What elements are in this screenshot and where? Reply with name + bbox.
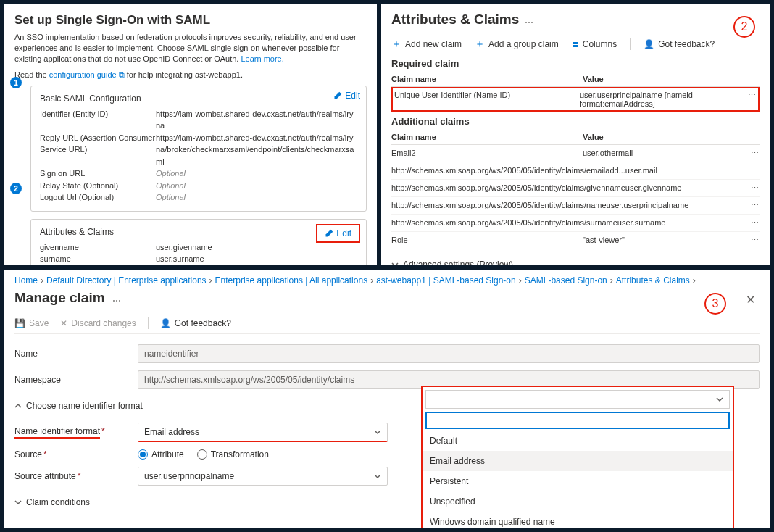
config-guide-line: Read the configuration guide ⧉ for help … — [14, 70, 367, 80]
edit-label: Edit — [336, 228, 351, 238]
breadcrumb-link[interactable]: ast-webapp1 | SAML-based Sign-on — [376, 275, 516, 286]
breadcrumb-link[interactable]: Attributes & Claims — [616, 275, 690, 286]
table-row[interactable]: http://schemas.xmlsoap.org/ws/2005/05/id… — [391, 197, 760, 215]
required-table-head: Claim name Value — [391, 72, 760, 87]
breadcrumb-sep: › — [370, 275, 373, 286]
kv-key: Reply URL (Assertion Consumer Service UR… — [40, 132, 156, 168]
source-attribute-radio[interactable]: Attribute — [138, 449, 184, 460]
breadcrumb-link[interactable]: Home — [14, 275, 38, 286]
basic-saml-card: Basic SAML Configuration Edit Identifier… — [30, 86, 367, 212]
required-claim-row[interactable]: Unique User Identifier (Name ID) user.us… — [391, 87, 760, 112]
add-claim-button[interactable]: ＋Add new claim — [391, 38, 462, 51]
col-value: Value — [583, 75, 742, 83]
more-icon[interactable]: ⋯ — [112, 296, 122, 306]
row-more-icon[interactable]: ⋯ — [742, 236, 760, 245]
kv-val: Optional — [156, 167, 357, 180]
add-group-claim-button[interactable]: ＋Add a group claim — [475, 38, 559, 51]
kv-val: Optional — [156, 191, 357, 204]
breadcrumb-link[interactable]: Default Directory | Enterprise applicati… — [46, 275, 207, 286]
pencil-icon — [333, 91, 342, 100]
kv-val: user.surname — [156, 253, 357, 265]
claim-value: user.surname — [617, 218, 746, 228]
kv-key: Sign on URL — [40, 167, 156, 180]
save-icon: 💾 — [14, 318, 25, 328]
src-attr-select[interactable]: user.userprincipalname — [138, 467, 388, 486]
chevron-down-icon — [14, 499, 22, 506]
dropdown-option[interactable]: Persistent — [423, 471, 733, 491]
row-more-icon[interactable]: ⋯ — [742, 149, 760, 158]
kv-key: givenname — [40, 241, 156, 254]
separator — [148, 317, 149, 329]
chevron-down-icon — [391, 261, 399, 265]
kv-val: Optional — [156, 180, 357, 192]
breadcrumb-link[interactable]: SAML-based Sign-on — [525, 275, 607, 286]
claim-name: Role — [391, 236, 583, 245]
panel1-desc: An SSO implementation based on federatio… — [14, 32, 367, 65]
row-more-icon[interactable]: ⋯ — [744, 201, 760, 210]
more-icon[interactable]: ⋯ — [525, 17, 534, 28]
kv-key: Identifier (Entity ID) — [40, 108, 156, 132]
claim-value: user.userprincipalname — [607, 201, 745, 210]
feedback-button[interactable]: 👤Got feedback? — [160, 318, 231, 328]
claim-name: http://schemas.xmlsoap.org/ws/2005/05/id… — [391, 166, 625, 175]
edit-attributes-button[interactable]: Edit — [316, 224, 360, 243]
dropdown-closed-box[interactable] — [425, 390, 730, 409]
table-row[interactable]: http://schemas.xmlsoap.org/ws/2005/05/id… — [391, 162, 760, 180]
claim-value: user.mail — [625, 166, 746, 175]
claim-name: http://schemas.xmlsoap.org/ws/2005/05/id… — [391, 201, 607, 210]
dropdown-option[interactable]: Windows domain qualified name — [423, 512, 733, 528]
panel2-title: Attributes & Claims — [391, 12, 519, 28]
source-label: Source* — [14, 449, 138, 460]
claim-name: http://schemas.xmlsoap.org/ws/2005/05/id… — [391, 183, 625, 193]
breadcrumb: Home›Default Directory | Enterprise appl… — [14, 275, 760, 286]
manage-claim-panel: Home›Default Directory | Enterprise appl… — [4, 270, 770, 528]
kv-key: surname — [40, 253, 156, 265]
claim-value: "ast-viewer" — [583, 236, 742, 245]
panel1-title: Set up Single Sign-On with SAML — [14, 13, 367, 28]
tb-label: Columns — [583, 39, 617, 49]
col-claim-name: Claim name — [391, 75, 583, 83]
dropdown-option[interactable]: Default — [423, 431, 733, 451]
feedback-icon: 👤 — [160, 318, 171, 328]
col-value: Value — [583, 133, 742, 141]
edit-basic-saml-button[interactable]: Edit — [333, 91, 360, 101]
table-row[interactable]: Role"ast-viewer"⋯ — [391, 232, 760, 249]
name-input[interactable] — [138, 344, 760, 363]
row-more-icon[interactable]: ⋯ — [739, 91, 757, 108]
dropdown-search-input[interactable] — [425, 412, 730, 429]
kv-val: user.givenname — [156, 241, 357, 254]
attributes-claims-card: Attributes & Claims Edit givennameuser.g… — [30, 219, 367, 265]
annotation-3: 3 — [704, 293, 726, 315]
breadcrumb-link[interactable]: Enterprise applications | All applicatio… — [215, 275, 368, 286]
card1-title: Basic SAML Configuration — [40, 93, 357, 104]
close-icon[interactable]: ✕ — [746, 293, 755, 307]
claim-value: user.userprincipalname [nameid-format:em… — [580, 91, 739, 108]
feedback-button[interactable]: 👤Got feedback? — [644, 39, 715, 49]
row-more-icon[interactable]: ⋯ — [746, 166, 760, 175]
row-more-icon[interactable]: ⋯ — [746, 218, 760, 228]
label: Got feedback? — [175, 318, 231, 328]
table-row[interactable]: http://schemas.xmlsoap.org/ws/2005/05/id… — [391, 215, 760, 232]
plus-icon: ＋ — [475, 38, 485, 51]
columns-button[interactable]: ≣Columns — [572, 39, 617, 49]
chevron-down-icon — [374, 473, 381, 480]
saml-setup-panel: Set up Single Sign-On with SAML An SSO i… — [4, 4, 377, 265]
radio-label: Attribute — [151, 449, 184, 460]
dropdown-option[interactable]: Unspecified — [423, 491, 733, 512]
config-guide-link[interactable]: configuration guide — [49, 70, 117, 79]
required-claim-header: Required claim — [391, 58, 760, 69]
nif-select[interactable]: Email address — [138, 423, 388, 442]
chevron-down-icon — [716, 396, 723, 403]
breadcrumb-sep: › — [209, 275, 212, 286]
save-button[interactable]: 💾Save — [14, 318, 49, 328]
row-more-icon[interactable]: ⋯ — [746, 183, 760, 193]
table-row[interactable]: Email2user.othermail⋯ — [391, 145, 760, 162]
discard-button[interactable]: ✕Discard changes — [60, 318, 136, 328]
dropdown-option[interactable]: Email address — [423, 451, 733, 471]
claim-value: user.givenname — [625, 183, 746, 193]
table-row[interactable]: http://schemas.xmlsoap.org/ws/2005/05/id… — [391, 180, 760, 197]
learn-more-link[interactable]: Learn more. — [241, 54, 283, 63]
advanced-settings-expander[interactable]: Advanced settings (Preview) — [391, 255, 760, 265]
source-transformation-radio[interactable]: Transformation — [197, 449, 269, 460]
pencil-icon — [325, 229, 333, 238]
